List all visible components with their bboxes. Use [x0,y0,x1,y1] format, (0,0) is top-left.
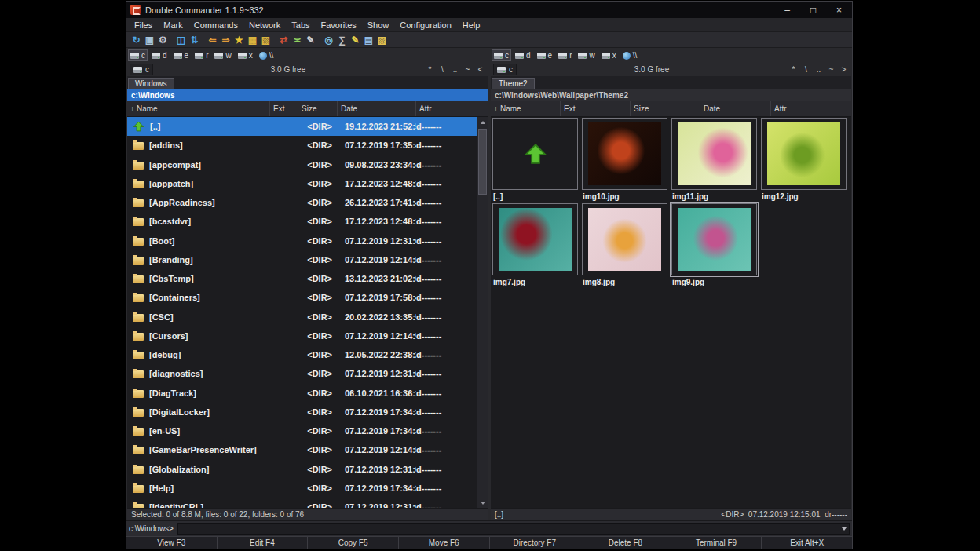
file-row[interactable]: [AppReadiness]<DIR>26.12.2023 17:41:40d-… [127,193,477,212]
refresh-icon[interactable]: ↻ [130,33,143,46]
scroll-up-button[interactable] [477,117,488,127]
fn-button-edit-f4[interactable]: Edit F4 [218,537,309,549]
file-row[interactable]: [addins]<DIR>07.12.2019 17:35:43d------- [127,136,477,155]
file-row[interactable]: [diagnostics]<DIR>07.12.2019 12:31:03d--… [127,364,477,383]
minimize-button[interactable]: – [774,2,800,18]
fn-button-view-f3[interactable]: View F3 [126,537,218,549]
file-row[interactable]: [GameBarPresenceWriter]<DIR>07.12.2019 1… [127,440,477,459]
menu-item-configuration[interactable]: Configuration [394,20,456,30]
file-row[interactable]: [Branding]<DIR>07.12.2019 12:14:52d-----… [127,250,477,269]
column-header-attr[interactable]: Attr [771,101,851,116]
thumbnail-img8-jpg[interactable]: img8.jpg [582,203,671,289]
drive-button-network[interactable]: \\ [257,49,276,61]
menu-item-files[interactable]: Files [129,20,158,30]
file-row[interactable]: [IdentityCRL]<DIR>07.12.2019 12:31:03d--… [127,498,477,508]
fn-button-move-f6[interactable]: Move F6 [399,537,490,549]
file-row[interactable]: [CSC]<DIR>20.02.2022 13:35:56d------- [127,308,477,327]
left-drive-combo[interactable]: c [130,64,153,75]
fn-button-terminal-f9[interactable]: Terminal F9 [671,537,762,549]
file-row[interactable]: [Help]<DIR>07.12.2019 17:34:32d------- [127,479,477,498]
title-bar[interactable]: Double Commander 1.1.9~332 – □ × [126,2,852,18]
column-header-attr[interactable]: Attr [416,101,488,116]
file-row[interactable]: [apppatch]<DIR>17.12.2023 12:48:17d-----… [127,174,477,193]
panel-button-root[interactable]: \ [801,65,811,74]
menu-item-network[interactable]: Network [243,20,286,30]
file-row[interactable]: [appcompat]<DIR>09.08.2023 23:34:49d----… [127,155,477,174]
sync-dirs-icon[interactable]: ⇄ [277,33,291,46]
drive-button-e[interactable]: e [535,49,555,61]
panel-button-star[interactable]: * [425,65,435,74]
column-header-name[interactable]: ↑Name [491,101,561,116]
terminal-icon[interactable]: ▣ [143,33,156,46]
favorites-icon[interactable]: ★ [232,33,246,46]
pack-icon[interactable]: ▦ [246,33,259,46]
panel-button-history[interactable]: > [839,65,849,74]
file-row[interactable]: [CbsTemp]<DIR>13.12.2023 21:02:03d------… [127,269,477,288]
thumbnail-img11-jpg[interactable]: img11.jpg [671,118,761,203]
panel-button-star[interactable]: * [788,65,799,74]
extract-icon[interactable]: ▧ [259,33,272,46]
file-row[interactable]: [Containers]<DIR>07.12.2019 17:58:40d---… [127,288,477,307]
file-row[interactable]: [Globalization]<DIR>07.12.2019 12:31:03d… [127,460,477,479]
tab-windows[interactable]: Windows [128,78,174,89]
column-header-date[interactable]: Date [338,101,416,116]
search-icon[interactable]: ◎ [322,33,335,46]
column-header-size[interactable]: Size [631,101,700,116]
panel-button-home[interactable]: ~ [463,65,473,74]
multi-rename-icon[interactable]: ✎ [304,33,317,46]
internal-editor-icon[interactable]: ✎ [349,33,362,46]
file-row[interactable]: [DigitalLocker]<DIR>07.12.2019 17:34:32d… [127,403,477,421]
panel-button-parent[interactable]: .. [814,65,824,74]
close-button[interactable]: × [826,2,852,18]
left-scrollbar[interactable] [477,117,488,508]
drive-button-x[interactable]: x [236,49,255,61]
drive-button-r[interactable]: r [556,49,574,61]
command-line-input[interactable] [177,523,850,535]
menu-item-help[interactable]: Help [457,20,486,30]
fn-button-exit-alt-x[interactable]: Exit Alt+X [762,537,852,549]
file-row[interactable]: [DiagTrack]<DIR>06.10.2021 16:36:17d----… [127,384,477,403]
thumbnail-img12-jpg[interactable]: img12.jpg [761,118,850,203]
fn-button-copy-f5[interactable]: Copy F5 [308,537,399,549]
tab-theme2[interactable]: Theme2 [492,78,535,89]
scroll-down-button[interactable] [477,498,488,508]
drive-button-e[interactable]: e [171,49,192,61]
drive-button-d[interactable]: d [513,49,533,61]
column-header-date[interactable]: Date [700,101,771,116]
copy-left-icon[interactable]: ⇐ [206,33,219,46]
copy-right-icon[interactable]: ⇒ [219,33,232,46]
fn-button-delete-f8[interactable]: Delete F8 [580,537,671,549]
fn-button-directory-f7[interactable]: Directory F7 [490,537,581,549]
drive-button-r[interactable]: r [192,49,210,61]
drive-button-c[interactable]: c [128,49,148,61]
drive-button-d[interactable]: d [149,49,170,61]
vertical-panels-icon[interactable]: ◫ [174,33,188,46]
file-row[interactable]: [Cursors]<DIR>07.12.2019 12:14:54d------… [127,327,477,345]
file-row[interactable]: [..]<DIR>19.12.2023 21:52:53d------- [127,117,477,136]
column-header-ext[interactable]: Ext [270,101,298,116]
drive-button-w[interactable]: w [212,49,233,61]
checksum-icon[interactable]: ∑ [335,33,349,46]
options-icon[interactable]: ⚙ [156,33,170,46]
column-header-ext[interactable]: Ext [561,101,631,116]
menu-item-tabs[interactable]: Tabs [286,20,315,30]
file-row[interactable]: [en-US]<DIR>07.12.2019 17:34:32d------- [127,421,477,440]
thumbnail-img9-jpg[interactable]: img9.jpg [671,203,761,289]
calculator-icon[interactable]: ▤ [362,33,375,46]
compare-icon[interactable]: ≍ [291,33,304,46]
drive-button-x[interactable]: x [599,49,619,61]
file-row[interactable]: [Boot]<DIR>07.12.2019 12:31:03d------- [127,232,477,250]
panel-button-parent[interactable]: .. [450,65,460,74]
folder-tools-icon[interactable]: ▨ [375,33,389,46]
menu-item-show[interactable]: Show [362,20,395,30]
panel-button-history[interactable]: < [475,65,485,74]
menu-item-mark[interactable]: Mark [158,20,188,30]
combo-dropdown-button[interactable] [838,523,850,535]
column-header-size[interactable]: Size [298,101,338,116]
right-path-bar[interactable]: c:\Windows\Web\Wallpaper\Theme2 [491,89,851,101]
right-drive-combo[interactable]: c [493,64,517,75]
sort-order-icon[interactable]: ⇅ [188,33,201,46]
panel-button-home[interactable]: ~ [826,65,836,74]
file-row[interactable]: [debug]<DIR>12.05.2022 22:38:23d------- [127,345,477,364]
scrollbar-thumb[interactable] [478,129,487,195]
